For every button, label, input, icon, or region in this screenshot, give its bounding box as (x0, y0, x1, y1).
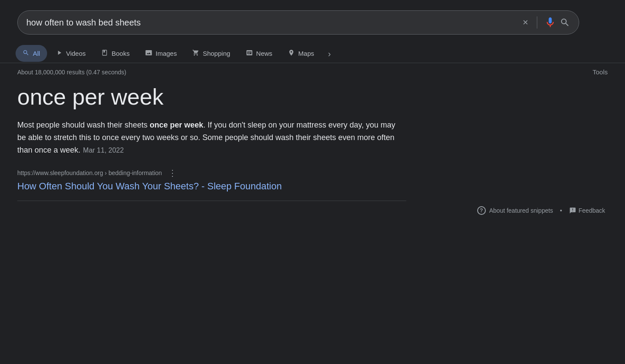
search-bar-container: × (0, 0, 625, 42)
source-options-icon[interactable]: ⋮ (166, 167, 179, 179)
tab-images[interactable]: Images (138, 45, 184, 62)
snippet-divider (17, 201, 406, 201)
tab-images-label: Images (156, 50, 177, 57)
source-title-link[interactable]: How Often Should You Wash Your Sheets? -… (17, 181, 282, 192)
videos-tab-icon (56, 49, 63, 57)
search-bar: × (17, 10, 579, 35)
more-tabs-icon[interactable]: › (323, 45, 336, 62)
news-tab-icon (246, 49, 253, 57)
clear-icon[interactable]: × (521, 16, 530, 29)
tab-books[interactable]: Books (94, 45, 137, 62)
results-count: About 18,000,000 results (0.47 seconds) (17, 69, 126, 76)
snippet-answer: once per week (17, 83, 398, 110)
feedback-icon (569, 207, 576, 214)
shopping-tab-icon (192, 49, 199, 57)
dot-separator: • (560, 207, 562, 214)
search-submit-icon[interactable] (560, 17, 570, 28)
search-bar-icons: × (521, 16, 570, 29)
tab-all-label: All (33, 50, 40, 57)
tab-videos-label: Videos (66, 50, 86, 57)
source-breadcrumb: › bedding-information (105, 169, 162, 176)
tab-maps-label: Maps (298, 50, 314, 57)
featured-snippet: once per week Most people should wash th… (0, 83, 415, 156)
source-url-row: https://www.sleepfoundation.org › beddin… (17, 167, 398, 179)
maps-tab-icon (288, 49, 295, 57)
tab-videos[interactable]: Videos (49, 45, 93, 62)
source-section: https://www.sleepfoundation.org › beddin… (0, 167, 415, 192)
tabs-bar: All Videos Books Images Shopping News (0, 42, 625, 63)
tab-maps[interactable]: Maps (281, 45, 321, 62)
search-divider (537, 16, 537, 29)
feedback-button[interactable]: Feedback (569, 207, 605, 214)
about-snippets-label: About featured snippets (489, 207, 553, 214)
tools-button[interactable]: Tools (593, 68, 608, 76)
mic-icon[interactable] (544, 16, 556, 29)
snippet-footer: ? About featured snippets • Feedback (0, 206, 622, 215)
about-snippets-icon: ? (477, 206, 486, 215)
all-tab-icon (22, 49, 29, 57)
images-tab-icon (145, 49, 152, 57)
source-url: https://www.sleepfoundation.org › beddin… (17, 169, 162, 176)
tab-shopping[interactable]: Shopping (185, 45, 237, 62)
tab-news-label: News (256, 50, 273, 57)
books-tab-icon (101, 49, 108, 57)
feedback-label: Feedback (579, 207, 605, 214)
tab-news[interactable]: News (239, 45, 280, 62)
snippet-date: Mar 11, 2022 (83, 147, 124, 154)
results-info-bar: About 18,000,000 results (0.47 seconds) … (0, 63, 625, 79)
tab-all[interactable]: All (16, 45, 47, 62)
tab-books-label: Books (112, 50, 130, 57)
about-featured-snippets-button[interactable]: ? About featured snippets (477, 206, 553, 215)
tab-shopping-label: Shopping (203, 50, 230, 57)
search-input[interactable] (26, 18, 521, 28)
snippet-body: Most people should wash their sheets onc… (17, 119, 398, 156)
